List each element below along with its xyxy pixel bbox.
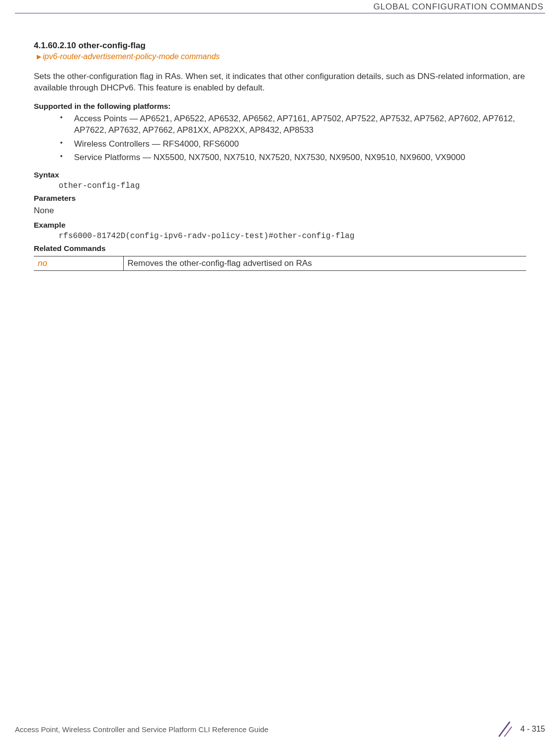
page-footer: Access Point, Wireless Controller and Se…	[15, 720, 545, 738]
example-heading: Example	[34, 221, 526, 230]
related-commands-table: no Removes the other-config-flag adverti…	[34, 256, 526, 271]
supported-heading: Supported in the following platforms:	[34, 102, 526, 111]
list-item: Wireless Controllers — RFS4000, RFS6000	[60, 138, 526, 150]
main-content: 4.1.60.2.10 other-config-flag ▶ ipv6-rou…	[34, 41, 526, 271]
page-header-title: GLOBAL CONFIGURATION COMMANDS	[374, 2, 544, 12]
triangle-right-icon: ▶	[37, 53, 41, 60]
parameters-heading: Parameters	[34, 194, 526, 203]
section-heading: 4.1.60.2.10 other-config-flag	[34, 41, 526, 51]
header-rule	[15, 13, 545, 13]
related-commands-heading: Related Commands	[34, 244, 526, 253]
parameters-value: None	[34, 206, 526, 216]
supported-platforms-list: Access Points — AP6521, AP6522, AP6532, …	[60, 113, 526, 164]
example-code: rfs6000-81742D(config-ipv6-radv-policy-t…	[59, 232, 526, 241]
slash-logo-icon	[495, 720, 513, 738]
related-command-name[interactable]: no	[34, 256, 123, 270]
svg-line-0	[499, 722, 510, 737]
syntax-heading: Syntax	[34, 170, 526, 179]
footer-guide-title: Access Point, Wireless Controller and Se…	[15, 725, 268, 734]
table-row: no Removes the other-config-flag adverti…	[34, 256, 526, 270]
syntax-code: other-config-flag	[59, 181, 526, 190]
section-description: Sets the other-configuration flag in RAs…	[34, 71, 526, 94]
list-item: Service Platforms — NX5500, NX7500, NX75…	[60, 152, 526, 163]
list-item: Access Points — AP6521, AP6522, AP6532, …	[60, 113, 526, 136]
breadcrumb-link[interactable]: ▶ ipv6-router-advertisement-policy-mode …	[37, 52, 526, 61]
footer-right: 4 - 315	[495, 720, 545, 738]
breadcrumb-text: ipv6-router-advertisement-policy-mode co…	[43, 52, 220, 61]
related-command-desc: Removes the other-config-flag advertised…	[123, 256, 526, 270]
page-number: 4 - 315	[520, 725, 545, 734]
